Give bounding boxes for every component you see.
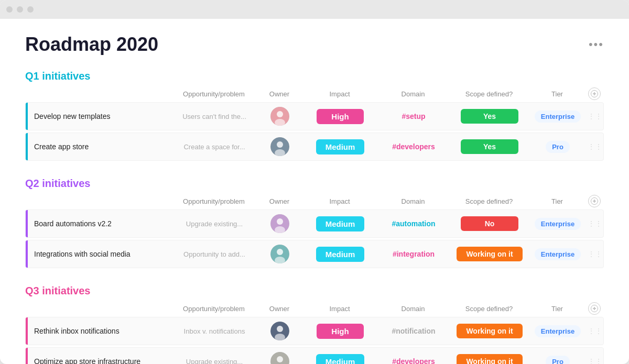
tier-badge: Enterprise: [535, 218, 581, 230]
drag-icon[interactable]: ⋮⋮: [588, 327, 602, 335]
scope-badge: Working on it: [457, 247, 522, 261]
tier-badge: Enterprise: [535, 248, 581, 260]
col-header-owner: Owner: [256, 305, 303, 313]
tier-badge: Enterprise: [535, 325, 581, 337]
sections-container: Q1 initiativesOpportunity/problemOwnerIm…: [25, 70, 604, 364]
row-name-text: Rethink inbox notifications: [28, 327, 120, 335]
col-header-tier: Tier: [528, 305, 586, 313]
row-scope: Working on it: [450, 354, 529, 364]
svg-point-5: [277, 141, 283, 148]
row-domain: #developers: [377, 357, 450, 364]
col-header-owner: Owner: [256, 197, 303, 205]
row-domain: #automation: [377, 219, 450, 228]
row-tier: Enterprise: [529, 325, 587, 337]
section-q1: Q1 initiativesOpportunity/problemOwnerIm…: [25, 70, 604, 161]
row-tier: Enterprise: [529, 218, 587, 230]
col-header-impact: Impact: [303, 305, 376, 313]
svg-point-12: [277, 249, 283, 255]
impact-badge: High: [317, 324, 364, 339]
col-header-opportunity: Opportunity/problem: [172, 305, 256, 313]
main-content: Roadmap 2020 ••• Q1 initiativesOpportuni…: [0, 19, 629, 364]
section-title-q1: Q1 initiatives: [25, 70, 120, 82]
row-opportunity: Users can't find the...: [172, 113, 256, 120]
dot-yellow: [17, 6, 23, 13]
row-tier: Enterprise: [529, 111, 587, 123]
drag-handle[interactable]: ⋮⋮: [587, 112, 603, 120]
avatar: [270, 137, 289, 156]
col-header-impact: Impact: [303, 197, 376, 205]
impact-badge: Medium: [316, 139, 365, 155]
row-owner: [256, 107, 303, 126]
row-impact: High: [303, 324, 377, 339]
row-name-text: Integrations with social media: [28, 250, 131, 258]
row-scope: Working on it: [450, 247, 529, 261]
row-opportunity: Upgrade existing...: [172, 220, 256, 228]
app-window: Roadmap 2020 ••• Q1 initiativesOpportuni…: [0, 0, 629, 364]
row-tier: Enterprise: [529, 248, 587, 260]
col-header-add[interactable]: [586, 302, 603, 315]
row-domain: #setup: [377, 112, 450, 120]
drag-icon[interactable]: ⋮⋮: [588, 250, 602, 258]
row-name-cell: Develop new templates: [26, 103, 172, 130]
drag-icon[interactable]: ⋮⋮: [588, 142, 602, 151]
drag-icon[interactable]: ⋮⋮: [588, 219, 602, 228]
row-impact: High: [303, 109, 377, 124]
table-row: Rethink inbox notificationsInbox v. noti…: [25, 317, 604, 345]
svg-point-9: [277, 218, 283, 225]
row-name-cell: Create app store: [26, 133, 172, 160]
avatar: [270, 107, 289, 126]
row-owner: [256, 245, 303, 263]
tier-badge: Enterprise: [535, 111, 581, 123]
tier-badge: Pro: [546, 356, 570, 365]
drag-handle[interactable]: ⋮⋮: [587, 142, 603, 151]
row-name-cell: Optimize app store infrastructure: [26, 348, 172, 364]
col-header-add[interactable]: [586, 195, 603, 207]
col-header-impact: Impact: [303, 90, 376, 98]
table-row: Develop new templatesUsers can't find th…: [25, 102, 604, 130]
drag-icon[interactable]: ⋮⋮: [588, 357, 602, 364]
row-name-text: Create app store: [28, 142, 89, 151]
col-header-owner: Owner: [256, 90, 303, 98]
add-col-button-q3[interactable]: [588, 302, 601, 315]
row-name-cell: Integrations with social media: [26, 240, 172, 268]
col-header-domain: Domain: [376, 305, 450, 313]
add-col-button-q2[interactable]: [588, 195, 601, 207]
page-title: Roadmap 2020: [25, 34, 158, 56]
row-opportunity: Opportunity to add...: [172, 250, 256, 258]
scope-badge: No: [461, 216, 518, 231]
row-name-text: Optimize app store infrastructure: [28, 357, 140, 364]
col-header-opportunity: Opportunity/problem: [172, 197, 256, 205]
row-owner: [256, 214, 303, 233]
row-name-cell: Rethink inbox notifications: [26, 317, 172, 345]
drag-handle[interactable]: ⋮⋮: [587, 327, 603, 335]
section-header-q2: Q2 initiatives: [25, 178, 604, 190]
impact-badge: Medium: [316, 247, 365, 262]
section-title-q2: Q2 initiatives: [25, 178, 120, 190]
row-name-text: Board automations v2.2: [28, 219, 112, 228]
row-tier: Pro: [529, 141, 587, 153]
row-scope: Yes: [450, 139, 529, 154]
page-header: Roadmap 2020 •••: [25, 34, 604, 56]
col-header-scope: Scope defined?: [450, 197, 528, 205]
svg-point-2: [277, 111, 283, 117]
add-col-button-q1[interactable]: [588, 87, 601, 100]
col-header-tier: Tier: [528, 197, 586, 205]
drag-handle[interactable]: ⋮⋮: [587, 219, 603, 228]
drag-icon[interactable]: ⋮⋮: [588, 112, 602, 120]
row-owner: [256, 137, 303, 156]
col-header-scope: Scope defined?: [450, 90, 528, 98]
col-header-add[interactable]: [586, 87, 603, 100]
col-header-scope: Scope defined?: [450, 305, 528, 313]
col-header-domain: Domain: [376, 197, 450, 205]
drag-handle[interactable]: ⋮⋮: [587, 357, 603, 364]
drag-handle[interactable]: ⋮⋮: [587, 250, 603, 258]
col-header-tier: Tier: [528, 90, 586, 98]
tier-badge: Pro: [546, 141, 570, 153]
avatar: [270, 245, 289, 263]
impact-badge: Medium: [316, 354, 365, 365]
avatar: [270, 214, 289, 233]
scope-badge: Working on it: [457, 354, 522, 364]
svg-point-16: [277, 326, 283, 332]
more-button[interactable]: •••: [589, 38, 604, 51]
section-q3: Q3 initiativesOpportunity/problemOwnerIm…: [25, 285, 604, 364]
